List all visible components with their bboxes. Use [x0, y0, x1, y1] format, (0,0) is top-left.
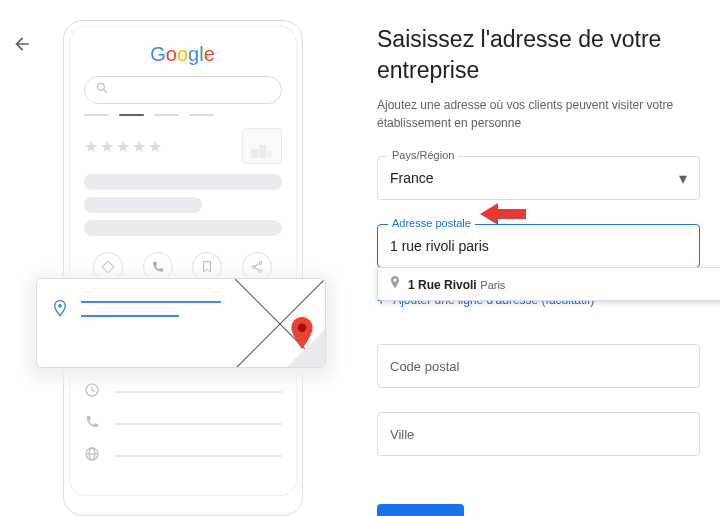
phone-mockup: Google ★★★★★: [63, 20, 303, 516]
suggestion-item[interactable]: 1 Rue Rivoli Paris: [378, 268, 720, 300]
phone-icon: [84, 414, 102, 434]
svg-rect-3: [259, 145, 266, 158]
clock-icon: [84, 382, 102, 402]
globe-icon: [84, 446, 102, 466]
svg-line-1: [103, 90, 106, 93]
address-input[interactable]: [390, 238, 687, 254]
search-icon: [95, 81, 109, 99]
address-overlay-card: [36, 278, 326, 368]
page-title: Saisissez l'adresse de votre entreprise: [377, 24, 700, 86]
tabs-mockup: [84, 114, 282, 116]
dropdown-icon: ▾: [679, 169, 687, 188]
svg-point-7: [259, 270, 262, 273]
country-value: France: [390, 170, 679, 186]
illustration-panel: Google ★★★★★: [0, 0, 365, 516]
country-select[interactable]: Pays/Région France ▾: [377, 156, 700, 200]
google-logo: Google: [84, 43, 282, 66]
svg-line-9: [254, 268, 259, 271]
location-pin-icon: [51, 297, 69, 323]
form-panel: Saisissez l'adresse de votre entreprise …: [365, 0, 720, 516]
suggestion-main-text: 1 Rue Rivoli: [408, 278, 477, 292]
svg-rect-4: [267, 151, 272, 158]
image-placeholder-icon: [242, 128, 282, 164]
svg-point-19: [298, 323, 307, 332]
svg-point-14: [58, 304, 62, 308]
svg-rect-2: [251, 149, 258, 158]
city-input[interactable]: Ville: [377, 412, 700, 456]
svg-point-0: [97, 83, 104, 90]
page-subtitle: Ajoutez une adresse où vos clients peuve…: [377, 96, 700, 132]
svg-point-5: [259, 261, 262, 264]
postal-code-input[interactable]: Code postal: [377, 344, 700, 388]
address-label: Adresse postale: [388, 217, 475, 229]
address-suggestions: 1 Rue Rivoli Paris: [377, 267, 720, 301]
country-label: Pays/Région: [388, 149, 458, 161]
next-button[interactable]: Suivant: [377, 504, 464, 516]
address-input-wrapper[interactable]: Adresse postale 1 Rue Rivoli Paris: [377, 224, 700, 268]
suggestion-secondary-text: Paris: [480, 279, 505, 291]
stars-icon: ★★★★★: [84, 137, 164, 156]
red-pin-icon: [289, 317, 315, 355]
svg-point-6: [252, 266, 255, 269]
svg-point-20: [393, 279, 396, 282]
svg-line-8: [254, 264, 259, 267]
suggestion-pin-icon: [390, 276, 400, 292]
search-bar-mockup: [84, 76, 282, 104]
